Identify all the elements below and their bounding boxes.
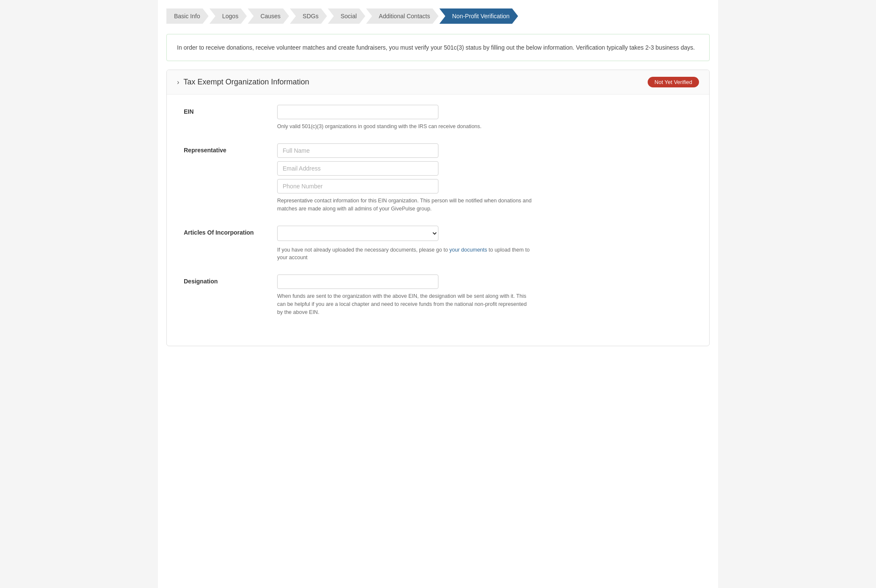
ein-input[interactable]: [277, 105, 438, 119]
page-wrapper: Basic Info Logos Causes SDGs Social Addi…: [158, 0, 718, 588]
breadcrumb-non-profit-verification[interactable]: Non-Profit Verification: [439, 8, 518, 24]
articles-fields: If you have not already uploaded the nec…: [277, 226, 692, 262]
designation-label: Designation: [184, 274, 277, 285]
articles-hint: If you have not already uploaded the nec…: [277, 246, 532, 262]
breadcrumb-label: Additional Contacts: [379, 13, 430, 20]
breadcrumb-nav: Basic Info Logos Causes SDGs Social Addi…: [166, 8, 710, 24]
full-name-input[interactable]: [277, 143, 438, 158]
breadcrumb-sdgs[interactable]: SDGs: [290, 8, 327, 24]
designation-hint: When funds are sent to the organization …: [277, 292, 532, 316]
representative-hint: Representative contact information for t…: [277, 197, 532, 213]
breadcrumb-social[interactable]: Social: [328, 8, 365, 24]
breadcrumb-basic-info[interactable]: Basic Info: [166, 8, 208, 24]
section-header: › Tax Exempt Organization Information No…: [167, 70, 709, 95]
info-box-text: In order to receive donations, receive v…: [177, 44, 695, 51]
breadcrumb-label: Basic Info: [174, 13, 200, 20]
articles-row: Articles Of Incorporation If you have no…: [184, 226, 692, 262]
breadcrumb-causes[interactable]: Causes: [248, 8, 289, 24]
ein-label: EIN: [184, 105, 277, 115]
breadcrumb-label: Social: [340, 13, 357, 20]
breadcrumb-logos[interactable]: Logos: [209, 8, 247, 24]
section-header-left: › Tax Exempt Organization Information: [177, 78, 309, 87]
representative-fields: Representative contact information for t…: [277, 143, 692, 213]
breadcrumb-label: SDGs: [303, 13, 318, 20]
your-documents-link[interactable]: your documents: [449, 247, 487, 253]
breadcrumb-additional-contacts[interactable]: Additional Contacts: [366, 8, 439, 24]
breadcrumb-label: Causes: [261, 13, 281, 20]
info-box: In order to receive donations, receive v…: [166, 34, 710, 61]
articles-label: Articles Of Incorporation: [184, 226, 277, 236]
ein-fields: Only valid 501(c)(3) organizations in go…: [277, 105, 692, 131]
articles-hint-before: If you have not already uploaded the nec…: [277, 247, 449, 253]
representative-row: Representative Representative contact in…: [184, 143, 692, 213]
main-card: › Tax Exempt Organization Information No…: [166, 70, 710, 346]
designation-input[interactable]: [277, 274, 438, 289]
section-title: Tax Exempt Organization Information: [183, 78, 309, 87]
chevron-icon[interactable]: ›: [177, 78, 179, 86]
designation-fields: When funds are sent to the organization …: [277, 274, 692, 316]
ein-hint: Only valid 501(c)(3) organizations in go…: [277, 123, 532, 131]
representative-label: Representative: [184, 143, 277, 154]
breadcrumb-label: Non-Profit Verification: [452, 13, 509, 20]
email-address-input[interactable]: [277, 161, 438, 176]
breadcrumb-label: Logos: [222, 13, 238, 20]
articles-select[interactable]: [277, 226, 438, 241]
not-yet-verified-badge: Not Yet Verified: [648, 77, 699, 87]
phone-number-input[interactable]: [277, 179, 438, 193]
ein-row: EIN Only valid 501(c)(3) organizations i…: [184, 105, 692, 131]
form-area: EIN Only valid 501(c)(3) organizations i…: [167, 95, 709, 346]
designation-row: Designation When funds are sent to the o…: [184, 274, 692, 316]
